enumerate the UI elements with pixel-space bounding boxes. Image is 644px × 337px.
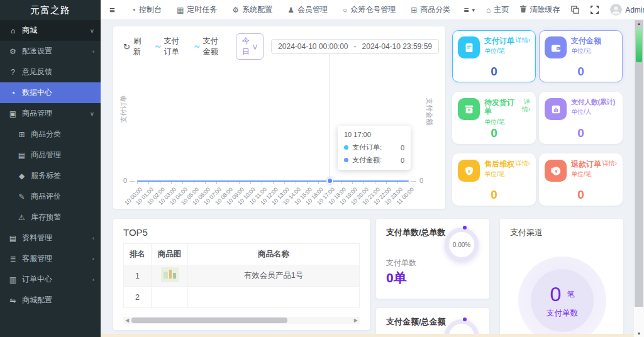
sidebar-item-stock-warning[interactable]: ⚠库存预警 xyxy=(0,207,101,228)
barchart-icon xyxy=(545,98,567,120)
home-link[interactable]: ⌂ 主页 xyxy=(480,0,514,20)
sidebar-item-material-management[interactable]: ▤资料管理‹ xyxy=(0,228,101,248)
hamburger-menu-icon[interactable]: ≡ xyxy=(101,4,124,15)
stat-card-unit: 单位/元 xyxy=(571,47,617,55)
detail-link[interactable]: 详情› xyxy=(602,160,617,168)
scrollbar-track[interactable] xyxy=(635,20,643,307)
topnav: ≡ ◔控制台▦定时任务⚙系统配置♟会员管理○众筹仓号管理⊞商品分类 ≡ ▾ ⌂ … xyxy=(101,0,644,20)
fullscreen-icon[interactable] xyxy=(585,0,604,20)
bottom-edge-strip xyxy=(101,334,634,337)
channel-pie-center[interactable]: 0 笔 支付单数 xyxy=(531,269,594,332)
gauge-title: 支付金额/总金额 xyxy=(386,316,446,328)
ratio-donut: 0.00% xyxy=(445,228,479,262)
donut-dot xyxy=(463,318,467,321)
scrollbar-thumb[interactable] xyxy=(131,318,287,323)
x-axis-tick xyxy=(341,182,341,184)
trash-icon xyxy=(520,5,526,14)
sidebar-item-goods-management[interactable]: ▣商品管理∨ xyxy=(0,103,101,124)
scroll-left-arrow[interactable]: ◀ xyxy=(125,317,129,324)
scroll-right-arrow[interactable]: ▶ xyxy=(354,317,358,324)
nav-item-system-config[interactable]: ⚙系统配置 xyxy=(225,0,280,20)
nav-item-goods-category[interactable]: ⊞商品分类 xyxy=(403,0,458,20)
table-row[interactable]: 1有效会员产品1号 xyxy=(124,265,360,287)
nav-item-console[interactable]: ◔控制台 xyxy=(124,0,169,20)
stat-card-title: 售后维权 xyxy=(484,160,514,168)
nav-item-member-management[interactable]: ♟会员管理 xyxy=(280,0,335,20)
nav-item-crowdfund-management[interactable]: ○众筹仓号管理 xyxy=(335,0,403,20)
stat-card-pay-orders: 支付订单 详情› 单位/笔 0 xyxy=(452,30,536,82)
detail-link[interactable]: 详情› xyxy=(516,160,530,168)
x-axis-tick xyxy=(364,182,364,184)
stat-card-title: 支付人数(累计) xyxy=(571,98,615,106)
stat-card-unit: 单位/笔 xyxy=(484,47,530,55)
dashboard-icon: ◔ xyxy=(8,89,18,97)
gauge-value: 0单 xyxy=(386,269,407,287)
topnav-right: ≡ ▾ ⌂ 主页 清除缓存 Admin ⚙ xyxy=(458,0,644,20)
sidebar-item-data-center[interactable]: ◔数据中心 xyxy=(0,82,101,103)
tooltip-time: 10 17:00 xyxy=(344,131,404,138)
list-icon: ≣ xyxy=(8,255,18,263)
x-axis-tick xyxy=(296,182,296,184)
sidebar-item-order-center[interactable]: ▥订单中心‹ xyxy=(0,269,101,290)
sidebar-item-goods-review[interactable]: ✎商品评价 xyxy=(0,186,101,207)
tooltip-row: 支付金额: 0 xyxy=(344,155,404,165)
caret-down-icon: ▾ xyxy=(472,7,475,13)
sidebar-item-goods-management-sub[interactable]: ▤商品管理 xyxy=(0,145,101,165)
sidebar-item-mall-config[interactable]: ⇋商城配置 xyxy=(0,290,101,311)
series-dot-blue xyxy=(344,158,348,162)
nav-item-label: 定时任务 xyxy=(187,4,217,15)
sidebar-item-service-tags[interactable]: ◆服务标签 xyxy=(0,165,101,186)
stat-card-refund-orders: ¥ 退款订单 详情› 单位/笔 0 xyxy=(539,153,623,206)
payment-channel-card: 支付渠道 0 笔 支付单数 xyxy=(500,219,623,337)
channel-value-row: 0 笔 xyxy=(550,283,575,306)
cell-name: 有效会员产品1号 xyxy=(188,265,360,287)
x-axis-tick xyxy=(409,182,409,184)
sidebar-item-goods-category[interactable]: ⊞商品分类 xyxy=(0,124,101,145)
scrollbar-thumb[interactable] xyxy=(636,28,642,62)
stat-card-title: 待发货订单 xyxy=(484,98,518,116)
sidebar-item-label: 订单中心 xyxy=(22,274,92,285)
detail-link[interactable]: 详情› xyxy=(516,36,530,45)
line-chart-plot[interactable]: 10 00:0010 01:0010 02:0010 03:0010 04:00… xyxy=(113,26,445,209)
channel-unit: 笔 xyxy=(567,289,574,300)
detail-link[interactable]: 详情› xyxy=(518,98,530,116)
x-axis-tick xyxy=(205,182,206,184)
tasks-icon: ▦ xyxy=(177,6,184,14)
nav-item-label: 众筹仓号管理 xyxy=(350,4,396,15)
table-row[interactable]: 2 xyxy=(124,287,360,308)
edit-icon: ✎ xyxy=(17,192,26,201)
warning-icon: ⚠ xyxy=(17,213,26,222)
x-axis-tick xyxy=(194,182,194,184)
scroll-up-arrow[interactable]: ▲ xyxy=(634,21,644,26)
file-icon: ▤ xyxy=(8,234,18,243)
horizontal-scrollbar[interactable]: ◀ ▶ xyxy=(123,317,360,324)
dashboard-icon: ◔ xyxy=(131,6,136,14)
scroll-down-arrow[interactable]: ▼ xyxy=(634,331,644,336)
user-menu[interactable]: Admin xyxy=(604,0,644,20)
sitemap-icon: ⊞ xyxy=(17,130,26,139)
stat-card-value: 0 xyxy=(540,126,622,140)
avatar xyxy=(610,4,622,16)
bag-icon: ▤ xyxy=(17,151,26,160)
page-scrollbar[interactable]: ▲ ▼ xyxy=(634,20,644,337)
sitemap-icon: ⊞ xyxy=(411,6,417,14)
stat-card-value: 0 xyxy=(453,65,535,79)
sidebar-item-delivery-settings[interactable]: ⚙配送设置‹ xyxy=(0,41,101,62)
col-header-rank: 排名 xyxy=(124,244,152,265)
sidebar-item-mall[interactable]: ⌂商城∨ xyxy=(0,20,101,41)
sidebar-item-feedback[interactable]: ?意见反馈 xyxy=(0,62,101,82)
nav-item-scheduled-tasks[interactable]: ▦定时任务 xyxy=(169,0,225,20)
x-axis-tick xyxy=(386,182,387,184)
refund-icon: ¥ xyxy=(545,160,567,182)
sidebar-item-customer-service[interactable]: ≣客服管理‹ xyxy=(0,248,101,269)
menu-icon: ≡ xyxy=(464,5,469,15)
x-axis-tick xyxy=(307,182,308,184)
chevron-left-icon: ‹ xyxy=(92,277,94,283)
nav-menu-dropdown[interactable]: ≡ ▾ xyxy=(458,0,480,20)
circle-icon: ○ xyxy=(343,6,347,14)
refresh-page-icon[interactable] xyxy=(565,0,585,20)
x-axis-tick xyxy=(239,182,240,184)
stat-card-unit: 单位/笔 xyxy=(571,170,617,179)
clear-cache-link[interactable]: 清除缓存 xyxy=(514,0,565,20)
x-axis-tick xyxy=(284,182,285,184)
